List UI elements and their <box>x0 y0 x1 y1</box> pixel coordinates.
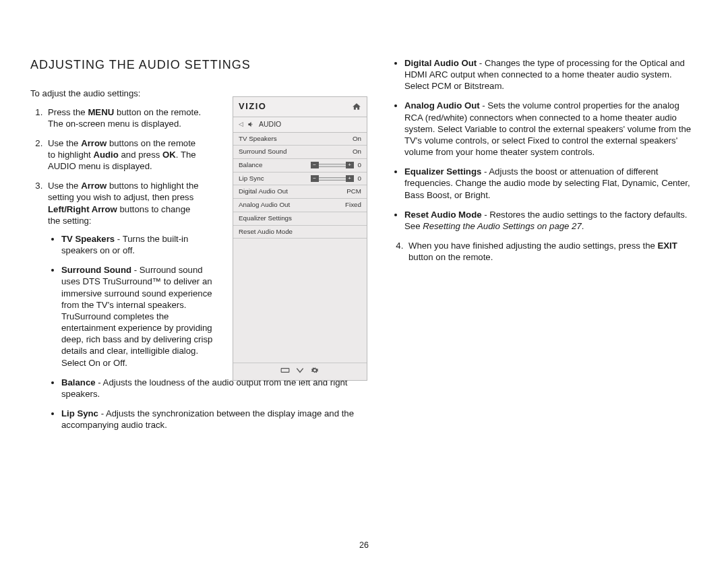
bullet-digital-audio-out: Digital Audio Out - Changes the type of … <box>404 57 698 92</box>
home-icon <box>352 102 361 111</box>
lip-sync-slider[interactable]: −+ <box>311 175 354 182</box>
menu-row-surround[interactable]: Surround SoundOn <box>233 146 367 159</box>
back-chevron-icon: ◁ <box>239 121 243 129</box>
menu-row-reset-audio[interactable]: Reset Audio Mode <box>233 226 367 239</box>
vizio-section-label: AUDIO <box>259 120 281 129</box>
bullet-reset-audio: Reset Audio Mode - Restores the audio se… <box>404 209 698 232</box>
gear-icon <box>310 367 320 377</box>
menu-row-balance[interactable]: Balance −+ 0 <box>233 159 367 173</box>
svg-rect-0 <box>281 369 289 373</box>
bullet-surround: Surround Sound - Surround sound uses DTS… <box>61 264 216 368</box>
balance-slider[interactable]: −+ <box>311 162 354 168</box>
menu-row-digital-audio-out[interactable]: Digital Audio OutPCM <box>233 185 367 199</box>
menu-row-lip-sync[interactable]: Lip Sync −+ 0 <box>233 173 367 186</box>
wide-icon <box>280 367 290 377</box>
bullet-tv-speakers: TV Speakers - Turns the built-in speaker… <box>61 233 216 256</box>
bullet-equalizer: Equalizer Settings - Adjusts the boost o… <box>404 166 698 200</box>
vizio-logo: VIZIO <box>239 101 266 113</box>
bullet-analog-audio-out: Analog Audio Out - Sets the volume contr… <box>404 100 698 158</box>
speaker-icon <box>247 121 255 128</box>
menu-row-tv-speakers[interactable]: TV SpeakersOn <box>233 133 367 146</box>
v-icon <box>295 367 305 377</box>
page-number: 26 <box>0 540 728 550</box>
bullet-lip-sync: Lip Sync - Adjusts the synchronization b… <box>61 408 371 431</box>
menu-row-analog-audio-out[interactable]: Analog Audio OutFixed <box>233 199 367 212</box>
step-4: When you have finished adjusting the aud… <box>406 240 698 263</box>
vizio-osd-menu: VIZIO ◁ AUDIO TV SpeakersOn Surround Sou… <box>233 96 367 381</box>
page-heading: ADJUSTING THE AUDIO SETTINGS <box>30 57 371 73</box>
menu-row-equalizer[interactable]: Equalizer Settings <box>233 212 367 226</box>
